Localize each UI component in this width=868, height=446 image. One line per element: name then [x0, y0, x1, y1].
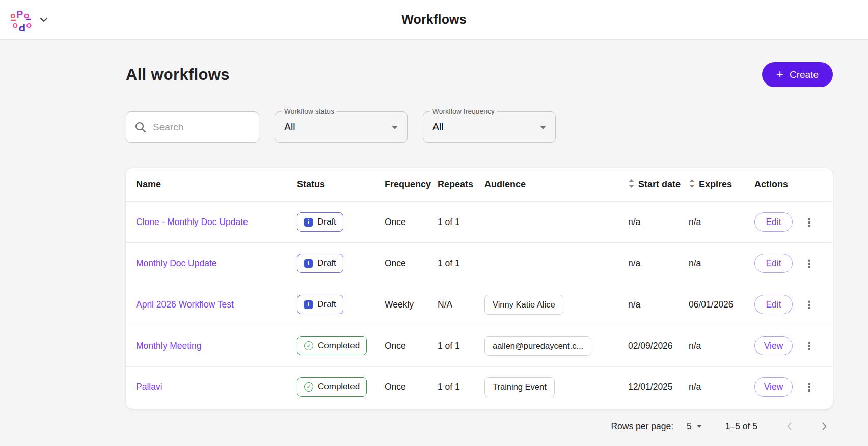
table-row: Pallavi ✓Completed Once 1 of 1 Training …	[126, 366, 833, 407]
workflow-frequency-value: All	[432, 121, 444, 133]
workflow-name-link[interactable]: Monthly Doc Update	[136, 258, 217, 269]
chevron-down-icon	[40, 17, 48, 22]
table-row: Monthly Doc Update iDraft Once 1 of 1 n/…	[126, 242, 833, 284]
edit-button[interactable]: Edit	[754, 295, 793, 314]
table-header-row: Name Status Frequency Repeats Audience S…	[126, 168, 833, 201]
previous-page-button[interactable]	[781, 417, 798, 435]
rows-per-page-label: Rows per page:	[611, 421, 673, 432]
repeats-cell: 1 of 1	[438, 382, 484, 393]
column-header-status: Status	[297, 179, 385, 190]
search-box	[126, 112, 259, 143]
create-button-label: Create	[790, 69, 819, 80]
edit-button[interactable]: Edit	[754, 212, 793, 232]
frequency-cell: Once	[385, 382, 438, 393]
expires-cell: n/a	[689, 382, 754, 393]
pagination-bar: Rows per page: 5 1–5 of 5	[126, 416, 833, 436]
check-circle-icon: ✓	[304, 382, 313, 392]
sort-icon	[689, 179, 695, 190]
draft-info-icon: i	[304, 259, 313, 268]
kebab-menu-icon[interactable]: ⋮	[804, 299, 815, 310]
org-switcher-button[interactable]: o P o o P o	[9, 8, 48, 32]
workflow-frequency-select[interactable]: Workflow frequency All	[423, 112, 556, 143]
svg-text:o: o	[10, 11, 15, 20]
table-row: Monthly Meeting ✓Completed Once 1 of 1 a…	[126, 325, 833, 366]
column-header-repeats: Repeats	[438, 179, 484, 190]
workflow-status-value: All	[284, 121, 295, 133]
expires-cell: n/a	[689, 217, 754, 228]
expires-cell: n/a	[689, 258, 754, 269]
workflow-name-link[interactable]: April 2026 Workflow Test	[136, 299, 234, 310]
frequency-cell: Once	[385, 341, 438, 351]
start-date-cell: n/a	[628, 299, 689, 310]
status-badge: iDraft	[297, 212, 343, 232]
kebab-menu-icon[interactable]: ⋮	[804, 382, 815, 393]
create-workflow-button[interactable]: + Create	[762, 62, 833, 87]
workflow-name-link[interactable]: Pallavi	[136, 382, 162, 393]
section-heading: All workflows	[126, 66, 230, 84]
filters-bar: Workflow status All Workflow frequency A…	[126, 112, 833, 143]
plus-icon: +	[776, 68, 783, 80]
page-title: Workflows	[0, 12, 868, 27]
repeats-cell: N/A	[438, 299, 484, 310]
workflows-table: Name Status Frequency Repeats Audience S…	[126, 168, 833, 409]
check-circle-icon: ✓	[304, 341, 313, 350]
status-badge: ✓Completed	[297, 377, 367, 397]
workflow-status-select[interactable]: Workflow status All	[275, 112, 408, 143]
view-button[interactable]: View	[754, 377, 793, 397]
table-row: Clone - Monthly Doc Update iDraft Once 1…	[126, 201, 833, 242]
status-badge: iDraft	[297, 295, 343, 314]
repeats-cell: 1 of 1	[438, 217, 484, 228]
audience-chip: Vinny Katie Alice	[484, 295, 563, 315]
draft-info-icon: i	[304, 218, 313, 227]
table-row: April 2026 Workflow Test iDraft Weekly N…	[126, 284, 833, 325]
edit-button[interactable]: Edit	[754, 254, 793, 273]
audience-chip: aallen@puredaycent.c...	[484, 336, 591, 356]
svg-text:P: P	[16, 9, 23, 20]
frequency-cell: Once	[385, 258, 438, 269]
repeats-cell: 1 of 1	[438, 341, 484, 351]
workflow-name-link[interactable]: Monthly Meeting	[136, 341, 201, 351]
main-content: All workflows + Create Workflow status A…	[126, 40, 833, 436]
dropdown-caret-icon	[392, 126, 398, 129]
svg-text:o: o	[26, 21, 32, 31]
column-header-audience: Audience	[484, 179, 628, 190]
start-date-cell: 12/01/2025	[628, 382, 689, 393]
expires-cell: 06/01/2026	[689, 299, 754, 310]
view-button[interactable]: View	[754, 336, 793, 355]
workflow-frequency-label: Workflow frequency	[430, 107, 497, 115]
rows-per-page-select[interactable]: 5	[687, 421, 702, 432]
start-date-cell: 02/09/2026	[628, 341, 689, 351]
kebab-menu-icon[interactable]: ⋮	[804, 217, 815, 228]
kebab-menu-icon[interactable]: ⋮	[804, 341, 815, 351]
svg-text:P: P	[19, 22, 25, 32]
svg-text:o: o	[13, 21, 18, 31]
expires-cell: n/a	[689, 341, 754, 351]
column-header-start-date[interactable]: Start date	[628, 179, 689, 190]
repeats-cell: 1 of 1	[438, 258, 484, 269]
top-bar: o P o o P o Workflows	[0, 0, 868, 40]
search-input[interactable]	[153, 122, 251, 133]
column-header-expires[interactable]: Expires	[689, 179, 754, 190]
frequency-cell: Weekly	[385, 299, 438, 310]
dropdown-caret-icon	[697, 425, 702, 428]
workflow-name-link[interactable]: Clone - Monthly Doc Update	[136, 217, 248, 228]
search-icon	[134, 121, 147, 133]
dropdown-caret-icon	[540, 126, 546, 129]
column-header-actions: Actions	[754, 179, 823, 190]
app-logo-icon: o P o o P o	[9, 8, 33, 32]
frequency-cell: Once	[385, 217, 438, 228]
draft-info-icon: i	[304, 300, 313, 309]
next-page-button[interactable]	[816, 417, 833, 435]
sort-icon	[628, 179, 635, 190]
audience-chip: Training Event	[484, 377, 555, 397]
status-badge: iDraft	[297, 254, 343, 273]
workflow-status-label: Workflow status	[282, 107, 337, 115]
status-badge: ✓Completed	[297, 336, 367, 355]
kebab-menu-icon[interactable]: ⋮	[804, 258, 815, 269]
start-date-cell: n/a	[628, 217, 689, 228]
column-header-name: Name	[136, 179, 297, 190]
start-date-cell: n/a	[628, 258, 689, 269]
column-header-frequency: Frequency	[385, 179, 438, 190]
pagination-range-label: 1–5 of 5	[725, 421, 757, 432]
